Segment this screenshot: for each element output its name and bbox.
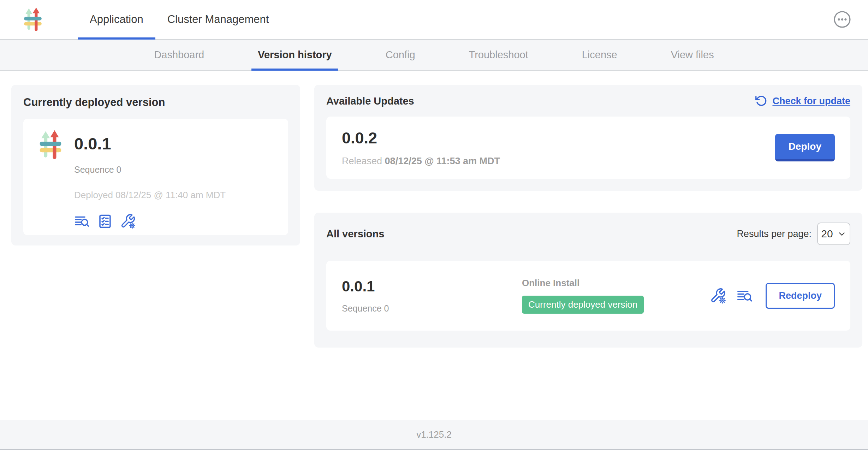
top-nav-tabs: Application Cluster Management [78, 0, 281, 39]
top-nav: Application Cluster Management [0, 0, 868, 40]
all-versions-card: All versions Results per page: 20 [314, 213, 862, 348]
tab-version-history[interactable]: Version history [251, 40, 338, 70]
ellipsis-icon [833, 11, 851, 28]
config-wrench-gear-icon[interactable] [120, 213, 136, 229]
deployed-actions [74, 213, 226, 229]
logs-icon[interactable] [737, 288, 753, 303]
tab-application-label: Application [90, 13, 143, 26]
refresh-icon [755, 95, 767, 107]
config-wrench-gear-icon[interactable] [710, 288, 726, 304]
update-version-number: 0.0.2 [342, 129, 500, 147]
app-logo-icon [35, 129, 66, 225]
tab-config-label: Config [386, 49, 415, 61]
results-per-page-select[interactable]: 20 [817, 223, 850, 245]
results-per-page-label: Results per page: [737, 229, 811, 239]
tab-cluster-management[interactable]: Cluster Management [155, 0, 281, 39]
tab-cluster-management-label: Cluster Management [167, 13, 269, 26]
released-timestamp: 08/12/25 @ 11:53 am MDT [385, 156, 500, 166]
deploy-button[interactable]: Deploy [775, 134, 835, 161]
all-versions-title: All versions [326, 228, 384, 240]
currently-deployed-title: Currently deployed version [23, 96, 288, 109]
tab-license-label: License [582, 49, 617, 61]
tab-view-files-label: View files [671, 49, 714, 61]
released-prefix: Released [342, 156, 382, 166]
tab-application[interactable]: Application [78, 0, 155, 39]
tab-config[interactable]: Config [379, 40, 422, 70]
redeploy-button[interactable]: Redeploy [766, 283, 835, 309]
available-updates-title: Available Updates [326, 95, 414, 107]
deployed-timestamp: Deployed 08/12/25 @ 11:40 am MDT [74, 190, 226, 201]
tab-license[interactable]: License [576, 40, 624, 70]
currently-deployed-badge: Currently deployed version [522, 296, 644, 314]
logs-icon[interactable] [74, 214, 90, 228]
check-for-update-link[interactable]: Check for update [755, 95, 850, 107]
tab-view-files[interactable]: View files [665, 40, 720, 70]
deployed-version-number: 0.0.1 [74, 129, 226, 159]
preflight-checklist-icon[interactable] [97, 214, 112, 229]
row-version-number: 0.0.1 [342, 278, 522, 295]
update-row: 0.0.2 Released 08/12/25 @ 11:53 am MDT D… [326, 117, 850, 179]
results-per-page-value: 20 [821, 228, 833, 240]
tab-troubleshoot-label: Troubleshoot [469, 49, 528, 61]
check-for-update-label: Check for update [772, 96, 850, 107]
tab-version-history-label: Version history [258, 49, 332, 61]
console-version: v1.125.2 [416, 429, 452, 440]
app-logo-icon [20, 6, 45, 33]
main-content: Currently deployed version [0, 71, 868, 348]
deployed-sequence: Sequence 0 [74, 165, 226, 175]
deployed-version-panel: 0.0.1 Sequence 0 Deployed 08/12/25 @ 11:… [23, 119, 288, 235]
chevron-down-icon [837, 229, 846, 238]
install-type-label: Online Install [522, 278, 710, 289]
tab-troubleshoot[interactable]: Troubleshoot [463, 40, 535, 70]
tab-dashboard[interactable]: Dashboard [148, 40, 210, 70]
available-updates-card: Available Updates Check for update [314, 85, 862, 191]
currently-deployed-card: Currently deployed version [11, 85, 300, 245]
tab-dashboard-label: Dashboard [154, 49, 204, 61]
footer: v1.125.2 [0, 420, 868, 450]
row-sequence: Sequence 0 [342, 303, 522, 314]
right-column: Available Updates Check for update [314, 85, 862, 348]
overflow-menu-button[interactable] [833, 11, 851, 28]
app-sub-nav: Dashboard Version history Config Trouble… [0, 40, 868, 71]
version-history-page: Application Cluster Management [0, 0, 868, 450]
version-row: 0.0.1 Sequence 0 Online Install Currentl… [326, 261, 850, 331]
app-logo [20, 0, 45, 39]
